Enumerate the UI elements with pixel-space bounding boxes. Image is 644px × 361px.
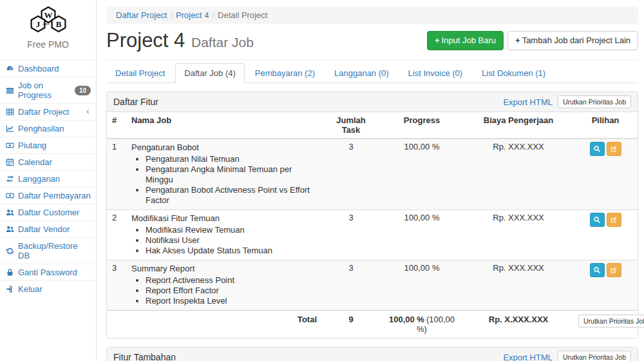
job-count-badge: 10 xyxy=(75,86,91,95)
col-header-nama-job: Nama Job xyxy=(126,112,322,139)
col-header-num: # xyxy=(107,112,126,139)
panel-heading-actions: Export HTML Urutkan Prioritas Job xyxy=(503,95,631,108)
cell-jumlah-task: 3 xyxy=(322,139,380,210)
money-icon xyxy=(5,141,14,150)
job-name: Modifikasi Fitur Temuan xyxy=(131,213,317,224)
cell-nama-job: Modifikasi Fitur Temuan Modifikasi Revie… xyxy=(126,210,322,260)
tab-pembayaran[interactable]: Pembayaran (2) xyxy=(246,63,324,83)
tab-detail-project[interactable]: Detail Project xyxy=(106,63,174,83)
sidebar-item-daftar-project[interactable]: Daftar Project xyxy=(0,103,96,120)
input-job-baru-button[interactable]: +Input Job Baru xyxy=(427,31,504,50)
sidebar-item-label: Langganan xyxy=(18,174,60,184)
tambah-job-dari-project-lain-button[interactable]: +Tambah Job dari Project Lain xyxy=(507,31,638,50)
sidebar: W J B .com Free PMO Dashboard Job on Pro… xyxy=(0,0,97,361)
view-job-button[interactable] xyxy=(590,263,605,277)
cell-biaya: Rp. XXX.XXX xyxy=(464,210,573,260)
page-title: Project 4 xyxy=(106,29,185,52)
urutkan-prioritas-job-button[interactable]: Urutkan Prioritas Job xyxy=(558,351,631,361)
export-html-link[interactable]: Export HTML xyxy=(503,353,553,361)
col-header-jumlah-task: Jumlah Task xyxy=(322,112,380,139)
cell-jumlah-task: 3 xyxy=(322,210,380,260)
col-header-pilihan: Pilihan xyxy=(573,112,638,139)
sidebar-item-label: Penghasilan xyxy=(18,124,64,133)
job-subtask: Pengaturan Bobot Activeness Point vs Eff… xyxy=(146,185,317,206)
panel-title: Daftar Fitur xyxy=(113,97,158,107)
calendar-icon xyxy=(5,158,14,167)
sidebar-item-keluar[interactable]: Keluar xyxy=(0,280,96,297)
app-window: W J B .com Free PMO Dashboard Job on Pro… xyxy=(0,0,644,361)
page-subtitle: Daftar Job xyxy=(191,35,254,50)
breadcrumb-link-project-4[interactable]: Project 4 xyxy=(176,10,209,20)
export-html-link[interactable]: Export HTML xyxy=(503,97,553,107)
page-title-wrap: Project 4 Daftar Job xyxy=(106,29,254,52)
view-job-button[interactable] xyxy=(590,142,605,156)
panel-title: Fitur Tambahan xyxy=(113,352,176,361)
job-subtask: Report Inspekta Level xyxy=(146,296,317,306)
plus-icon: + xyxy=(435,35,440,45)
sidebar-item-calendar[interactable]: Calendar xyxy=(0,153,96,170)
tab-langganan[interactable]: Langganan (0) xyxy=(325,63,398,83)
job-subtask: Hak Akses Update Status Temuan xyxy=(146,246,317,256)
panel-heading: Daftar Fitur Export HTML Urutkan Priorit… xyxy=(107,92,638,112)
tab-list-dokumen[interactable]: List Dokumen (1) xyxy=(473,63,554,83)
line-chart-icon xyxy=(5,124,14,133)
edit-job-button[interactable] xyxy=(607,213,621,227)
sidebar-item-label: Dashboard xyxy=(18,64,59,73)
sidebar-item-label: Daftar Vendor xyxy=(18,224,70,234)
panel-fitur-tambahan: Fitur Tambahan Export HTML Urutkan Prior… xyxy=(106,347,638,361)
table-header-row: # Nama Job Jumlah Task Progress Biaya Pe… xyxy=(107,112,638,139)
jwb-logo-icon: W J B .com xyxy=(22,5,75,36)
urutkan-prioritas-job-button[interactable]: Urutkan Prioritas Job xyxy=(558,95,631,108)
breadcrumb-separator: / xyxy=(209,10,218,20)
money-icon xyxy=(5,191,14,200)
tab-list-invoice[interactable]: List Invoice (0) xyxy=(399,63,472,83)
sidebar-item-langganan[interactable]: Langganan xyxy=(0,170,96,187)
lock-icon xyxy=(5,268,14,277)
edit-job-button[interactable] xyxy=(607,142,621,156)
cell-progress: 100,00 % xyxy=(380,260,464,311)
list-icon xyxy=(5,86,14,95)
sidebar-item-dashboard[interactable]: Dashboard xyxy=(0,60,96,77)
cell-num: 2 xyxy=(107,210,126,260)
sidebar-item-label: Ganti Password xyxy=(18,268,77,277)
exchange-icon xyxy=(5,175,14,184)
sidebar-item-job-on-progress[interactable]: Job on Progress 10 xyxy=(0,77,96,103)
sidebar-nav: Dashboard Job on Progress 10 Daftar Proj… xyxy=(0,60,96,297)
sidebar-item-daftar-pembayaran[interactable]: Daftar Pembayaran xyxy=(0,187,96,204)
daftar-fitur-table: # Nama Job Jumlah Task Progress Biaya Pe… xyxy=(107,112,638,338)
breadcrumb-link-daftar-project[interactable]: Daftar Project xyxy=(116,10,167,20)
sidebar-item-daftar-vendor[interactable]: Daftar Vendor xyxy=(0,220,96,237)
job-subtask: Report Effort Factor xyxy=(146,286,317,296)
table-row: 3 Summary Report Report Activeness Point… xyxy=(107,260,638,311)
cell-pilihan xyxy=(573,260,638,311)
total-biaya: Rp. X.XXX.XXX xyxy=(464,311,573,338)
sidebar-item-daftar-customer[interactable]: Daftar Customer xyxy=(0,204,96,220)
job-subtask: Report Activeness Point xyxy=(146,275,317,286)
brand-subtitle: Free PMO xyxy=(0,39,96,50)
total-row: Total 9 100,00 %(100,00 %) Rp. X.XXX.XXX… xyxy=(107,311,638,338)
sidebar-item-penghasilan[interactable]: Penghasilan xyxy=(0,120,96,137)
tab-daftar-job[interactable]: Daftar Job (4) xyxy=(175,63,244,83)
view-job-button[interactable] xyxy=(590,213,605,227)
sidebar-item-ganti-password[interactable]: Ganti Password xyxy=(0,264,96,280)
job-subtask-list: Modifikasi Review Temuan Notifikasi User… xyxy=(146,225,317,256)
plus-icon: + xyxy=(515,35,520,45)
col-header-biaya-pengerjaan: Biaya Pengerjaan xyxy=(464,112,573,139)
panel-heading-actions: Export HTML Urutkan Prioritas Job xyxy=(503,351,631,361)
dashboard-icon xyxy=(5,64,14,73)
sidebar-item-backup-restore-db[interactable]: Backup/Restore DB xyxy=(0,237,96,264)
users-icon xyxy=(5,208,14,217)
cell-nama-job: Summary Report Report Activeness Point R… xyxy=(126,260,322,311)
edit-job-button[interactable] xyxy=(607,263,621,277)
logo-letter-j: J xyxy=(35,19,40,29)
job-subtask: Pengaturan Angka Minimal Temuan per Ming… xyxy=(146,164,317,185)
urutkan-prioritas-job-button[interactable]: Urutkan Prioritas Job xyxy=(578,315,644,327)
cell-num: 1 xyxy=(107,139,126,210)
job-name: Pengaturan Bobot xyxy=(131,142,317,153)
panel-daftar-fitur: Daftar Fitur Export HTML Urutkan Priorit… xyxy=(106,92,638,338)
logo-dot-com: .com xyxy=(42,22,50,26)
breadcrumb-current: Detail Project xyxy=(218,10,267,20)
table-row: 2 Modifikasi Fitur Temuan Modifikasi Rev… xyxy=(107,210,638,260)
job-subtask-list: Pengaturan Nilai Temuan Pengaturan Angka… xyxy=(146,154,317,206)
sidebar-item-piutang[interactable]: Piutang xyxy=(0,137,96,153)
